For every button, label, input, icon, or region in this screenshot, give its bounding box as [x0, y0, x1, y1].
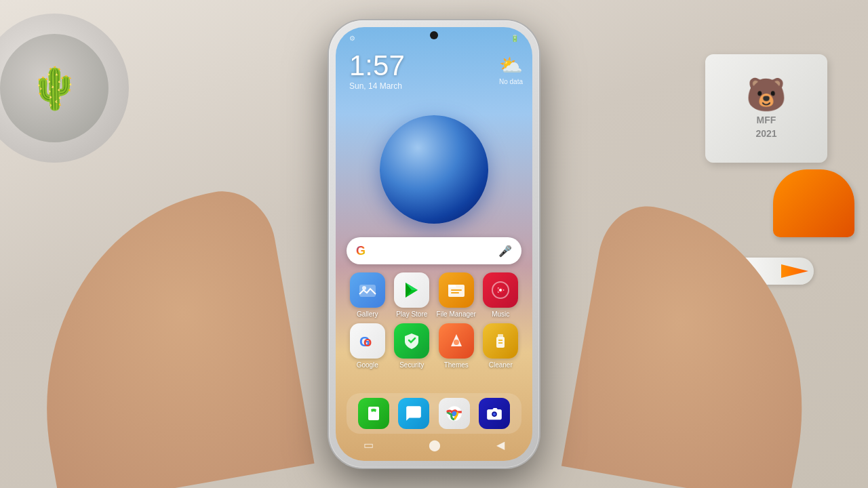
- google-search-bar[interactable]: G 🎤: [347, 237, 521, 264]
- play-store-icon: [394, 272, 429, 308]
- status-right: 🔋: [511, 35, 519, 42]
- clock-date: Sun, 14 March: [349, 81, 405, 91]
- music-label: Music: [492, 310, 509, 318]
- cactus-icon: 🌵: [0, 34, 108, 142]
- svg-rect-4: [451, 292, 459, 293]
- app-music[interactable]: Music: [480, 272, 522, 318]
- security-label: Security: [399, 361, 424, 369]
- weather-icon: ⛅: [499, 54, 523, 77]
- orange-tip: [781, 264, 808, 278]
- svg-point-12: [454, 340, 459, 345]
- settings-icon: ⚙: [349, 35, 355, 42]
- dock-chrome[interactable]: [439, 398, 470, 429]
- app-cleaner[interactable]: Cleaner: [480, 323, 522, 369]
- dock-phone[interactable]: [358, 398, 389, 429]
- clock-time: 1:57: [349, 52, 405, 80]
- file-manager-label: File Manager: [437, 310, 476, 318]
- nav-recents[interactable]: ▭: [363, 439, 374, 451]
- themes-icon: [439, 323, 474, 359]
- gallery-icon: [350, 272, 385, 308]
- file-manager-icon: [439, 272, 474, 308]
- nav-home[interactable]: ⬤: [429, 439, 441, 451]
- svg-point-1: [362, 286, 366, 290]
- camera-notch: [430, 31, 438, 39]
- security-icon: [394, 323, 429, 359]
- cleaner-label: Cleaner: [489, 361, 513, 369]
- status-bar: ⚙ 🔋: [336, 27, 532, 49]
- mff-label: MFF2021: [755, 114, 776, 140]
- svg-point-21: [493, 413, 496, 415]
- svg-rect-14: [498, 334, 503, 338]
- clock-area: 1:57 Sun, 14 March: [349, 52, 405, 91]
- app-themes[interactable]: Themes: [435, 323, 477, 369]
- google-icon: G o: [350, 323, 385, 359]
- app-security[interactable]: Security: [391, 323, 433, 369]
- themes-label: Themes: [444, 361, 469, 369]
- cleaner-icon: [483, 323, 518, 359]
- app-grid: Gallery Play Store: [347, 272, 521, 369]
- svg-point-19: [452, 411, 457, 416]
- mff-box: 🐻 MFF2021: [705, 54, 827, 163]
- app-play-store[interactable]: Play Store: [391, 272, 433, 318]
- dock-camera[interactable]: [479, 398, 510, 429]
- weather-text: No data: [499, 78, 523, 85]
- app-google[interactable]: G o Google: [347, 323, 389, 369]
- weather-widget: ⛅ No data: [499, 54, 523, 85]
- bear-icon: 🐻: [746, 76, 787, 114]
- phone: ⚙ 🔋 1:57 Sun, 14 March ⛅ No data G 🎤: [329, 20, 539, 468]
- svg-rect-10: [358, 331, 377, 350]
- phone-screen: ⚙ 🔋 1:57 Sun, 14 March ⛅ No data G 🎤: [336, 27, 532, 461]
- music-icon: [483, 272, 518, 308]
- google-logo: G: [356, 244, 366, 258]
- orange-device: [773, 169, 854, 237]
- battery-icon: 🔋: [511, 35, 519, 42]
- dock: [347, 393, 521, 434]
- play-store-label: Play Store: [396, 310, 427, 318]
- dock-messages[interactable]: [398, 398, 429, 429]
- svg-rect-3: [451, 289, 462, 291]
- app-gallery[interactable]: Gallery: [347, 272, 389, 318]
- svg-point-7: [499, 289, 502, 291]
- status-left: ⚙: [349, 35, 355, 42]
- gallery-label: Gallery: [357, 310, 378, 318]
- wallpaper-sphere: [380, 115, 488, 224]
- google-label: Google: [357, 361, 378, 369]
- app-file-manager[interactable]: File Manager: [435, 272, 477, 318]
- nav-bar: ▭ ⬤ ◀: [336, 435, 532, 454]
- nav-back[interactable]: ◀: [496, 439, 505, 451]
- mic-icon[interactable]: 🎤: [498, 245, 512, 258]
